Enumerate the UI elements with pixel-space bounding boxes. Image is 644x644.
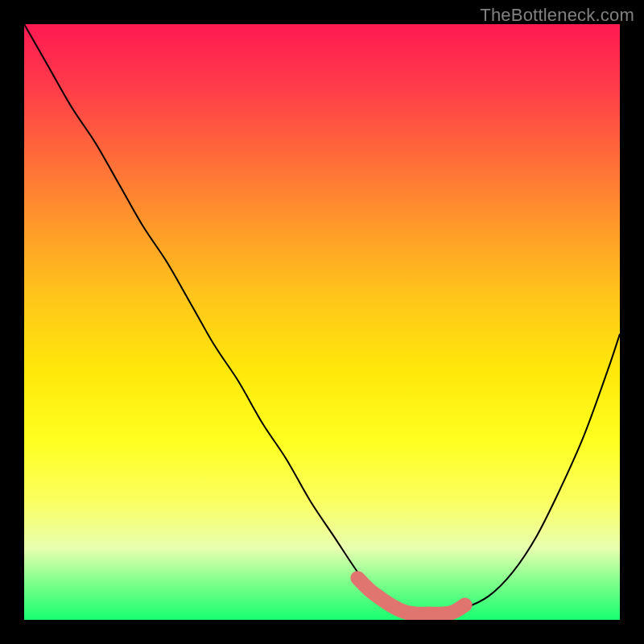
chart-svg: [24, 24, 620, 620]
chart-frame: TheBottleneck.com: [0, 0, 644, 644]
watermark-text: TheBottleneck.com: [480, 5, 634, 26]
optimal-zone-highlight: [357, 578, 464, 614]
chart-plot-area: [24, 24, 620, 620]
bottleneck-curve: [24, 24, 620, 614]
